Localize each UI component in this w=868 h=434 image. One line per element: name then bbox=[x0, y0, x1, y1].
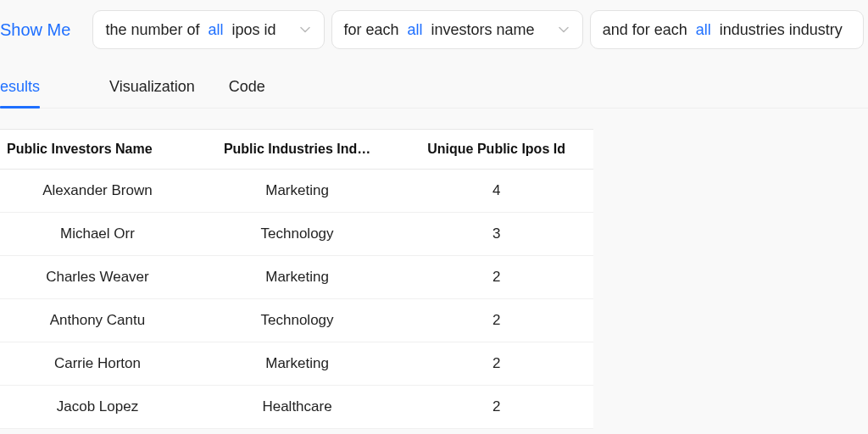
table-row: Jacob LopezHealthcare2 bbox=[0, 386, 593, 429]
cell-industry: Marketing bbox=[195, 256, 399, 299]
cell-industry: Technology bbox=[195, 213, 399, 256]
table-row: Charles WeaverMarketing2 bbox=[0, 256, 593, 299]
query-bar: Show Me the number of all ipos id for ea… bbox=[0, 0, 868, 59]
cell-count: 3 bbox=[399, 213, 593, 256]
selector-prefix: the number of bbox=[105, 21, 199, 39]
cell-count: 2 bbox=[399, 299, 593, 342]
chevron-down-icon bbox=[298, 23, 312, 36]
results-table: Public Investors Name Public Industries … bbox=[0, 129, 593, 429]
show-me-label: Show Me bbox=[0, 20, 86, 40]
selector-field: industries industry bbox=[720, 21, 851, 39]
selector-quantifier: all bbox=[408, 21, 423, 39]
table-row: Michael OrrTechnology3 bbox=[0, 213, 593, 256]
column-header-count[interactable]: Unique Public Ipos Id bbox=[399, 130, 593, 170]
tabs-bar: esults Visualization Code bbox=[0, 66, 868, 108]
results-table-container: Public Investors Name Public Industries … bbox=[0, 129, 593, 429]
cell-investor-name: Alexander Brown bbox=[0, 170, 195, 213]
cell-count: 2 bbox=[399, 342, 593, 386]
tab-results[interactable]: esults bbox=[0, 66, 40, 108]
column-header-investors[interactable]: Public Investors Name bbox=[0, 130, 195, 170]
selector-quantifier: all bbox=[696, 21, 711, 39]
selector-metric[interactable]: the number of all ipos id bbox=[92, 10, 324, 49]
tab-visualization[interactable]: Visualization bbox=[109, 66, 195, 108]
table-row: Alexander BrownMarketing4 bbox=[0, 170, 593, 213]
selector-field: investors name bbox=[431, 21, 543, 39]
cell-investor-name: Michael Orr bbox=[0, 213, 195, 256]
selector-prefix: for each bbox=[344, 21, 399, 39]
selector-groupby-2[interactable]: and for each all industries industry bbox=[590, 10, 864, 49]
cell-industry: Healthcare bbox=[195, 386, 399, 429]
cell-count: 2 bbox=[399, 256, 593, 299]
column-header-industries[interactable]: Public Industries Ind… bbox=[195, 130, 399, 170]
table-row: Anthony CantuTechnology2 bbox=[0, 299, 593, 342]
table-row: Carrie HortonMarketing2 bbox=[0, 342, 593, 386]
chevron-down-icon bbox=[557, 23, 570, 36]
cell-industry: Technology bbox=[195, 299, 399, 342]
cell-industry: Marketing bbox=[195, 170, 399, 213]
tab-code[interactable]: Code bbox=[229, 66, 265, 108]
cell-investor-name: Carrie Horton bbox=[0, 342, 195, 386]
cell-investor-name: Jacob Lopez bbox=[0, 386, 195, 429]
selector-quantifier: all bbox=[208, 21, 223, 39]
selector-groupby-1[interactable]: for each all investors name bbox=[331, 10, 583, 49]
cell-investor-name: Charles Weaver bbox=[0, 256, 195, 299]
cell-investor-name: Anthony Cantu bbox=[0, 299, 195, 342]
selector-prefix: and for each bbox=[603, 21, 687, 39]
cell-count: 2 bbox=[399, 386, 593, 429]
selector-field: ipos id bbox=[231, 21, 284, 39]
cell-count: 4 bbox=[399, 170, 593, 213]
cell-industry: Marketing bbox=[195, 342, 399, 386]
